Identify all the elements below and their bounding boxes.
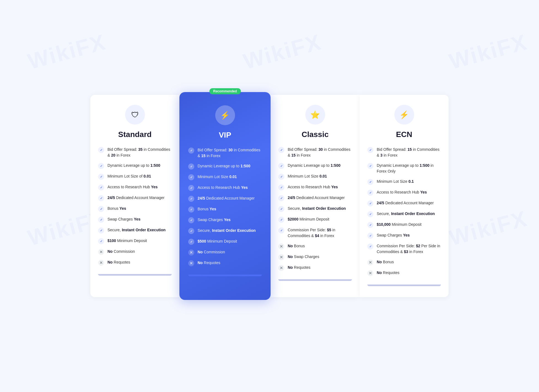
feature-check-classic-3: ✓ [278, 184, 284, 190]
feature-check-vip-7: ✓ [188, 228, 194, 234]
feature-check-vip-0: ✓ [188, 147, 194, 154]
feature-text-standard-4: 24/5 Dedicated Account Manager [107, 195, 165, 201]
feature-check-ecn-6: ✓ [367, 222, 373, 228]
feature-item-classic-3: ✓ Access to Research Hub Yes [278, 184, 352, 190]
feature-text-standard-5: Bonus Yes [107, 206, 126, 211]
plan-card-ecn: ⚡ ECN ✓ Bid Offer Spread: 15 in Commodit… [360, 95, 449, 297]
feature-item-standard-3: ✓ Access to Research Hub Yes [98, 184, 172, 190]
feature-text-ecn-6: $10,000 Minimum Deposit [377, 222, 422, 227]
plan-card-classic: ⭐ Classic ✓ Bid Offer Spread: 30 in Comm… [271, 95, 360, 297]
feature-item-vip-3: ✓ Access to Research Hub Yes [188, 185, 262, 191]
plan-card-standard: 🛡 Standard ✓ Bid Offer Spread: 35 in Com… [90, 95, 179, 297]
bottom-bar-classic [278, 279, 352, 281]
feature-check-vip-8: ✓ [188, 239, 194, 245]
feature-item-standard-1: ✓ Dynamic Leverage up to 1:500 [98, 163, 172, 169]
feature-text-classic-1: Dynamic Leverage up to 1:500 [288, 163, 340, 168]
feature-check-classic-7: ✓ [278, 227, 284, 233]
feature-text-standard-10: No Requotes [107, 259, 130, 265]
feature-item-classic-8: ✕ No Bonus [278, 243, 352, 249]
feature-text-vip-3: Access to Research Hub Yes [198, 185, 248, 190]
feature-text-classic-7: Commission Per Side: $5 in Commodities &… [288, 227, 352, 239]
feature-item-vip-6: ✓ Swap Charges Yes [188, 217, 262, 223]
watermark-2: WikiFX [241, 29, 324, 74]
feature-check-ecn-2: ✓ [367, 179, 373, 185]
features-list-vip: ✓ Bid Offer Spread: 30 in Commodities & … [188, 147, 262, 266]
feature-item-ecn-1: ✓ Dynamic Leverage up to 1:500 in Forex … [367, 163, 441, 174]
feature-text-ecn-9: No Bonus [377, 259, 394, 265]
feature-item-standard-9: ✕ No Commission [98, 249, 172, 255]
feature-check-vip-9: ✕ [188, 249, 194, 256]
plan-icon-vip: ⚡ [220, 111, 230, 120]
feature-check-classic-1: ✓ [278, 163, 284, 169]
feature-text-vip-4: 24/5 Dedicated Account Manager [198, 195, 255, 201]
feature-text-classic-2: Minimum Lot Size 0.01 [288, 173, 327, 179]
feature-check-classic-10: ✕ [278, 265, 284, 271]
feature-item-standard-0: ✓ Bid Offer Spread: 35 in Commodities & … [98, 147, 172, 158]
feature-item-classic-6: ✓ $2000 Minimum Deposit [278, 216, 352, 223]
feature-text-classic-10: No Requotes [288, 265, 311, 270]
feature-item-classic-2: ✓ Minimum Lot Size 0.01 [278, 173, 352, 180]
feature-check-vip-5: ✓ [188, 206, 194, 213]
feature-text-standard-2: Minimum Lot Size of 0.01 [107, 173, 151, 179]
feature-check-standard-9: ✕ [98, 249, 104, 255]
feature-check-classic-5: ✓ [278, 206, 284, 212]
feature-item-vip-4: ✓ 24/5 Dedicated Account Manager [188, 195, 262, 202]
feature-text-ecn-0: Bid Offer Spread: 15 in Commodities & 3 … [377, 147, 441, 158]
feature-item-classic-7: ✓ Commission Per Side: $5 in Commodities… [278, 227, 352, 239]
plan-name-vip: VIP [188, 131, 262, 139]
feature-check-ecn-9: ✕ [367, 259, 373, 265]
feature-check-vip-2: ✓ [188, 174, 194, 180]
bottom-bar-standard [98, 274, 172, 276]
feature-item-ecn-4: ✓ 24/5 Dedicated Account Manager [367, 200, 441, 206]
feature-check-standard-5: ✓ [98, 206, 104, 212]
feature-text-vip-7: Secure, Instant Order Execution [198, 228, 256, 233]
feature-text-vip-2: Minimum Lot Size 0.01 [198, 174, 237, 180]
feature-item-classic-1: ✓ Dynamic Leverage up to 1:500 [278, 163, 352, 169]
feature-item-standard-6: ✓ Swap Charges Yes [98, 216, 172, 223]
feature-check-standard-3: ✓ [98, 184, 104, 190]
feature-item-classic-9: ✕ No Swap Charges [278, 254, 352, 260]
feature-check-ecn-1: ✓ [367, 163, 373, 169]
feature-text-classic-0: Bid Offer Spread: 30 in Commodities & 15… [288, 147, 352, 158]
feature-text-standard-6: Swap Charges Yes [107, 216, 141, 222]
feature-text-classic-9: No Swap Charges [288, 254, 319, 260]
feature-check-classic-2: ✓ [278, 174, 284, 180]
feature-item-classic-4: ✓ 24/5 Dedicated Account Manager [278, 195, 352, 201]
feature-text-ecn-2: Minimum Lot Size 0.1 [377, 179, 414, 184]
features-list-ecn: ✓ Bid Offer Spread: 15 in Commodities & … [367, 147, 441, 276]
feature-item-ecn-8: ✓ Commission Per Side: $2 Per Side in Co… [367, 243, 441, 255]
feature-check-classic-0: ✓ [278, 147, 284, 153]
feature-text-ecn-5: Secure, Instant Order Execution [377, 211, 435, 217]
feature-item-standard-5: ✓ Bonus Yes [98, 206, 172, 212]
feature-check-standard-0: ✓ [98, 147, 104, 153]
feature-item-ecn-0: ✓ Bid Offer Spread: 15 in Commodities & … [367, 147, 441, 158]
feature-check-vip-1: ✓ [188, 163, 194, 170]
feature-text-vip-9: No Commission [198, 249, 225, 255]
plan-icon-wrapper-vip: ⚡ [215, 105, 235, 125]
feature-check-standard-2: ✓ [98, 174, 104, 180]
feature-text-standard-3: Access to Research Hub Yes [107, 184, 158, 190]
feature-text-classic-3: Access to Research Hub Yes [288, 184, 338, 190]
watermark-3: WikiFX [446, 29, 530, 74]
feature-text-classic-6: $2000 Minimum Deposit [288, 216, 329, 222]
feature-item-vip-10: ✕ No Requotes [188, 260, 262, 266]
plan-name-ecn: ECN [367, 130, 441, 139]
plan-card-vip: Recommended ⚡ VIP ✓ Bid Offer Spread: 30… [179, 92, 271, 300]
plan-icon-wrapper-standard: 🛡 [125, 105, 145, 125]
feature-check-vip-3: ✓ [188, 185, 194, 191]
plan-icon-wrapper-ecn: ⚡ [394, 105, 414, 125]
feature-check-standard-6: ✓ [98, 217, 104, 223]
feature-item-classic-0: ✓ Bid Offer Spread: 30 in Commodities & … [278, 147, 352, 158]
feature-item-vip-8: ✓ $500 Minimum Deposit [188, 238, 262, 245]
feature-text-standard-1: Dynamic Leverage up to 1:500 [107, 163, 160, 168]
feature-check-ecn-4: ✓ [367, 200, 373, 206]
plan-name-classic: Classic [278, 130, 352, 139]
feature-text-ecn-8: Commission Per Side: $2 Per Side in Comm… [377, 243, 441, 255]
feature-text-vip-1: Dynamic Leverage up to 1:500 [198, 163, 250, 169]
feature-check-ecn-5: ✓ [367, 211, 373, 217]
plan-name-standard: Standard [98, 130, 172, 139]
feature-check-vip-10: ✕ [188, 260, 194, 266]
feature-text-classic-8: No Bonus [288, 243, 305, 249]
feature-text-ecn-10: No Requotes [377, 270, 400, 276]
feature-text-vip-10: No Requotes [198, 260, 220, 266]
